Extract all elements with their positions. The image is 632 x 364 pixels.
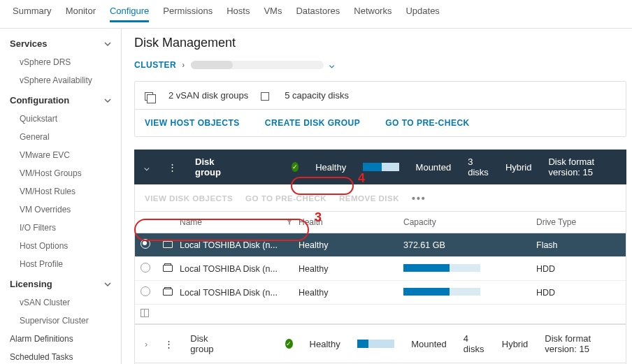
sidebar-item-vsan-cluster[interactable]: vSAN Cluster <box>0 293 121 312</box>
more-actions-icon[interactable]: ••• <box>412 193 426 204</box>
tab-summary[interactable]: Summary <box>13 6 52 22</box>
chevron-down-icon <box>104 41 111 48</box>
sidebar-item-quickstart[interactable]: Quickstart <box>0 110 121 128</box>
disk-group-icon <box>145 90 156 101</box>
chevron-right-icon[interactable]: › <box>145 339 148 349</box>
main-content: Disk Management CLUSTER › ⌵ 2 vSAN disk … <box>122 29 632 364</box>
mode-text: Hybrid <box>502 339 529 349</box>
sidebar-item-vm-overrides[interactable]: VM Overrides <box>0 201 121 219</box>
capacity-disk-icon <box>261 90 272 101</box>
format-version: Disk format version: 15 <box>548 156 617 177</box>
sidebar-item-host-profile[interactable]: Host Profile <box>0 255 121 273</box>
sidebar-section-label: Configuration <box>10 95 69 105</box>
create-disk-group-link[interactable]: CREATE DISK GROUP <box>265 118 360 128</box>
sidebar-item-io-filters[interactable]: I/O Filters <box>0 219 121 237</box>
disk-capacity: 372.61 GB <box>403 240 536 250</box>
disk-health: Healthy <box>299 240 403 250</box>
disk-icon <box>163 265 173 272</box>
sidebar-item-vsphere-drs[interactable]: vSphere DRS <box>0 53 121 71</box>
tab-networks[interactable]: Networks <box>354 6 392 22</box>
sidebar-item-scheduled-tasks[interactable]: Scheduled Tasks <box>0 348 121 364</box>
page-title: Disk Management <box>134 36 632 50</box>
radio-icon[interactable] <box>141 286 150 296</box>
sidebar-section-licensing[interactable]: Licensing <box>0 273 121 293</box>
tab-datastores[interactable]: Datastores <box>296 6 340 22</box>
table-row[interactable]: Local TOSHIBA Disk (n... Healthy HDD <box>135 281 626 305</box>
disk-group-summary-row[interactable]: › ⋮ Disk group ✓ Healthy Mounted 4 disks… <box>134 325 626 363</box>
disk-capacity <box>403 264 536 274</box>
disk-type: HDD <box>536 288 620 298</box>
disk-groups-count: 2 vSAN disk groups <box>168 90 248 101</box>
view-disk-objects-button: VIEW DISK OBJECTS <box>145 194 233 203</box>
summary-panel: 2 vSAN disk groups 5 capacity disks VIEW… <box>134 81 626 137</box>
disk-type: HDD <box>536 264 620 274</box>
health-text: Healthy <box>315 162 346 173</box>
sidebar-section-label: Licensing <box>10 279 52 289</box>
row-label: Disk group <box>190 333 224 354</box>
more-actions-icon[interactable]: ⋮ <box>166 162 178 173</box>
tab-permissions[interactable]: Permissions <box>163 6 213 22</box>
sidebar-section-configuration[interactable]: Configuration <box>0 89 121 110</box>
sidebar-section-services[interactable]: Services <box>0 33 121 53</box>
chevron-down-icon <box>104 97 111 104</box>
health-ok-icon: ✓ <box>285 339 293 349</box>
disk-type: Flash <box>536 240 620 250</box>
col-drive-type[interactable]: Drive Type <box>536 217 620 227</box>
sidebar-item-general[interactable]: General <box>0 128 121 146</box>
disks-count: 4 disks <box>464 333 485 354</box>
go-to-precheck-button: GO TO PRE-CHECK <box>245 194 326 203</box>
radio-icon[interactable] <box>141 263 150 272</box>
chevron-down-icon[interactable]: ⌵ <box>144 162 150 173</box>
col-capacity[interactable]: Capacity <box>403 217 536 227</box>
view-host-objects-link[interactable]: VIEW HOST OBJECTS <box>145 118 240 128</box>
disk-capacity <box>403 288 536 298</box>
sidebar-item-alarm-definitions[interactable]: Alarm Definitions <box>0 330 121 348</box>
chevron-right-icon: › <box>182 60 185 70</box>
disk-icon <box>163 289 173 296</box>
annotation-circle-4 <box>291 177 354 195</box>
health-text: Healthy <box>310 339 340 349</box>
sidebar: Services vSphere DRS vSphere Availabilit… <box>0 29 122 364</box>
usage-bar <box>363 163 398 171</box>
breadcrumb[interactable]: CLUSTER › ⌵ <box>134 60 632 70</box>
tab-updates[interactable]: Updates <box>405 6 439 22</box>
sidebar-item-vsphere-availability[interactable]: vSphere Availability <box>0 71 121 89</box>
tab-configure[interactable]: Configure <box>110 6 149 22</box>
breadcrumb-root: CLUSTER <box>134 60 176 70</box>
annotation-circle-3 <box>134 219 309 241</box>
more-actions-icon[interactable]: ⋮ <box>164 339 173 349</box>
sidebar-item-vmware-evc[interactable]: VMware EVC <box>0 146 121 164</box>
sidebar-item-supervisor-cluster[interactable]: Supervisor Cluster <box>0 312 121 330</box>
disk-name: Local TOSHIBA Disk (n... <box>180 288 299 298</box>
capacity-disks-count: 5 capacity disks <box>285 90 349 101</box>
annotation-label-4: 4 <box>358 171 365 186</box>
tab-vms[interactable]: VMs <box>264 6 282 22</box>
sidebar-item-vmhost-groups[interactable]: VM/Host Groups <box>0 164 121 182</box>
sidebar-item-vmhost-rules[interactable]: VM/Host Rules <box>0 182 121 201</box>
go-to-precheck-link[interactable]: GO TO PRE-CHECK <box>385 118 470 128</box>
disk-health: Healthy <box>299 264 403 274</box>
chevron-down-icon <box>104 281 111 288</box>
summary-stats: 2 vSAN disk groups 5 capacity disks <box>135 82 626 110</box>
format-version: Disk format version: 15 <box>545 333 616 354</box>
chevron-down-icon[interactable]: ⌵ <box>329 60 335 70</box>
breadcrumb-current-redacted <box>191 61 324 69</box>
mode-text: Hybrid <box>505 162 532 173</box>
mounted-text: Mounted <box>416 162 452 173</box>
sidebar-section-label: Services <box>10 38 48 49</box>
disks-count: 3 disks <box>468 156 489 177</box>
disk-name: Local TOSHIBA Disk (n... <box>180 240 299 250</box>
disk-health: Healthy <box>299 288 403 298</box>
table-row[interactable]: Local TOSHIBA Disk (n... Healthy HDD <box>135 257 626 281</box>
tab-hosts[interactable]: Hosts <box>227 6 250 22</box>
tab-monitor[interactable]: Monitor <box>66 6 96 22</box>
column-toggle[interactable] <box>135 305 626 324</box>
disk-group-header: ⌵ ⋮ Disk group ✓ Healthy Mounted 3 disks… <box>134 150 626 184</box>
disk-group-label: Disk group <box>195 156 230 177</box>
annotation-label-3: 3 <box>315 210 322 225</box>
panel-actions: VIEW HOST OBJECTS CREATE DISK GROUP GO T… <box>135 110 626 136</box>
sidebar-item-host-options[interactable]: Host Options <box>0 237 121 255</box>
top-tabs: Summary Monitor Configure Permissions Ho… <box>0 0 632 29</box>
usage-bar <box>357 340 395 348</box>
health-ok-icon: ✓ <box>292 162 299 172</box>
